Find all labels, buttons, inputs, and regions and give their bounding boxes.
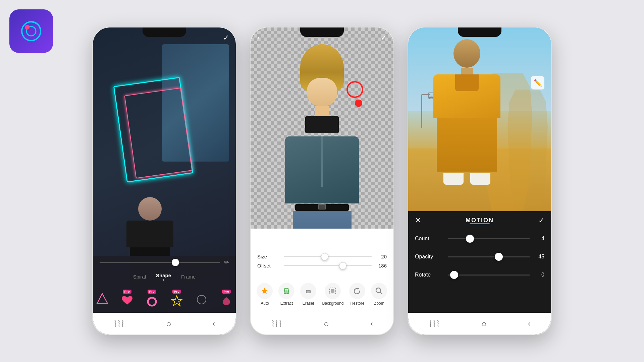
rotate-label: Rotate xyxy=(415,272,445,278)
rotate-row: Rotate 0 xyxy=(415,268,544,281)
eraser-tool-icon[interactable]: ✏ xyxy=(224,259,229,266)
motion-controls: Count 4 Opacity 45 Rotate xyxy=(408,230,551,289)
opacity-slider-track-3[interactable] xyxy=(448,256,530,257)
extract-icon xyxy=(278,283,294,299)
motion-check-button[interactable]: ✓ xyxy=(538,216,544,225)
opacity-slider-thumb[interactable] xyxy=(172,259,179,266)
jacket-center xyxy=(321,136,323,187)
hoodie-pocket xyxy=(455,74,479,91)
back-button-2[interactable]: ‹ xyxy=(257,34,260,42)
shape-abstract[interactable]: Pro xyxy=(217,288,236,309)
woman-neck xyxy=(315,106,329,116)
outdoor-bg: ✏️ xyxy=(408,27,551,214)
tool-background[interactable]: Background xyxy=(322,283,343,306)
svg-marker-5 xyxy=(171,296,182,306)
rotate-slider-track[interactable] xyxy=(448,275,530,276)
tab-frame[interactable]: Frame xyxy=(181,274,196,280)
offset-slider-thumb[interactable] xyxy=(339,262,346,269)
bottom-nav-3: ⦚⦚⦚ ○ ‹ xyxy=(408,313,551,335)
nav-home-icon[interactable]: ○ xyxy=(166,319,171,329)
tab-spiral[interactable]: Spiral xyxy=(133,274,146,280)
motion-title-container: MOTION xyxy=(466,217,494,224)
opacity-label: Opacity xyxy=(415,254,445,260)
bottom-nav-1: ⦚⦚⦚ ○ ‹ xyxy=(93,313,236,335)
size-slider-thumb[interactable] xyxy=(321,253,328,260)
pro-badge: Pro xyxy=(123,290,132,294)
nav-back-icon[interactable]: ‹ xyxy=(213,319,215,328)
shoe-right xyxy=(470,173,490,185)
background-icon xyxy=(325,283,341,299)
svg-line-13 xyxy=(380,292,382,294)
belt-buckle xyxy=(318,204,326,209)
pro-badge-abstract: Pro xyxy=(222,290,231,294)
tool-zoom[interactable]: Zoom xyxy=(371,283,387,306)
woman-top xyxy=(305,116,339,133)
main-person-container xyxy=(432,39,502,214)
woman-face xyxy=(307,78,337,106)
shape-tabs: Spiral Shape Frame xyxy=(93,269,236,284)
offset-control-row: Offset 186 xyxy=(257,263,387,268)
shape-icons-row: Pro Pro Pro xyxy=(93,284,236,313)
shape-heart[interactable]: Pro xyxy=(118,288,137,309)
opacity-slider-thumb-3[interactable] xyxy=(495,253,503,261)
eraser-icon-circle xyxy=(300,283,316,299)
zoom-icon xyxy=(371,283,387,299)
phone-1: ✓ ✏ xyxy=(92,27,236,335)
restore-label: Restore xyxy=(350,301,364,306)
check-button-2[interactable]: ✓ xyxy=(381,34,387,42)
svg-marker-3 xyxy=(97,294,108,304)
svg-rect-8 xyxy=(307,291,310,293)
nav-back-icon-3[interactable]: ‹ xyxy=(528,319,530,328)
neon-frame-pink xyxy=(124,87,192,178)
phone-3: ✏️ ✕ MOTION ✓ Count 4 xyxy=(408,27,552,335)
offset-slider-track[interactable] xyxy=(284,265,372,266)
tab-shape[interactable]: Shape xyxy=(156,273,171,281)
phone-2: ‹ ✓ xyxy=(250,27,394,335)
tool-extract[interactable]: Extract xyxy=(278,283,294,306)
restore-icon xyxy=(349,283,365,299)
eraser-dot-indicator xyxy=(355,100,362,107)
svg-marker-11 xyxy=(358,288,359,290)
zoom-label: Zoom xyxy=(374,301,384,306)
woman-shorts xyxy=(293,211,352,229)
shape-star[interactable]: Pro xyxy=(167,288,186,309)
shape-ring[interactable]: Pro xyxy=(143,288,161,309)
brush-float-icon[interactable]: ✏️ xyxy=(531,76,544,89)
offset-value: 186 xyxy=(375,263,387,268)
tool-eraser[interactable]: Eraser xyxy=(300,283,316,306)
size-slider-track[interactable] xyxy=(284,256,372,257)
size-label: Size xyxy=(257,254,281,259)
app-icon[interactable] xyxy=(9,9,53,53)
rotate-slider-thumb[interactable] xyxy=(450,271,458,279)
pro-badge-star: Pro xyxy=(172,290,181,294)
shoes xyxy=(432,173,502,185)
extract-label: Extract xyxy=(280,301,293,306)
opacity-slider-track[interactable] xyxy=(100,262,220,263)
nav-home-icon-2[interactable]: ○ xyxy=(324,319,329,329)
motion-close-button[interactable]: ✕ xyxy=(415,216,421,225)
nav-home-icon-3[interactable]: ○ xyxy=(481,319,487,329)
shape-triangle[interactable] xyxy=(93,288,112,309)
nav-menu-icon[interactable]: ⦚⦚⦚ xyxy=(114,319,125,328)
nav-menu-icon-2[interactable]: ⦚⦚⦚ xyxy=(271,319,282,328)
offset-label: Offset xyxy=(257,263,281,268)
head xyxy=(138,197,162,221)
count-slider-thumb[interactable] xyxy=(466,235,474,243)
nav-menu-icon-3[interactable]: ⦚⦚⦚ xyxy=(429,319,440,328)
shoe-left xyxy=(443,173,464,185)
svg-point-6 xyxy=(197,295,206,304)
tool-restore[interactable]: Restore xyxy=(349,283,365,306)
auto-label: Auto xyxy=(261,301,269,306)
eraser-circle-indicator xyxy=(346,81,363,98)
shape-circle[interactable] xyxy=(192,288,211,309)
slider-area-1: ✏ xyxy=(93,256,236,269)
count-row: Count 4 xyxy=(415,232,544,245)
active-tab-indicator xyxy=(163,279,164,281)
pro-badge-ring: Pro xyxy=(148,290,157,294)
check-button-1[interactable]: ✓ xyxy=(223,34,229,42)
tool-auto[interactable]: Auto xyxy=(257,283,273,306)
main-neck xyxy=(461,68,473,74)
rotate-value: 0 xyxy=(533,272,544,278)
nav-back-icon-2[interactable]: ‹ xyxy=(370,319,373,328)
count-slider-track[interactable] xyxy=(448,238,530,239)
